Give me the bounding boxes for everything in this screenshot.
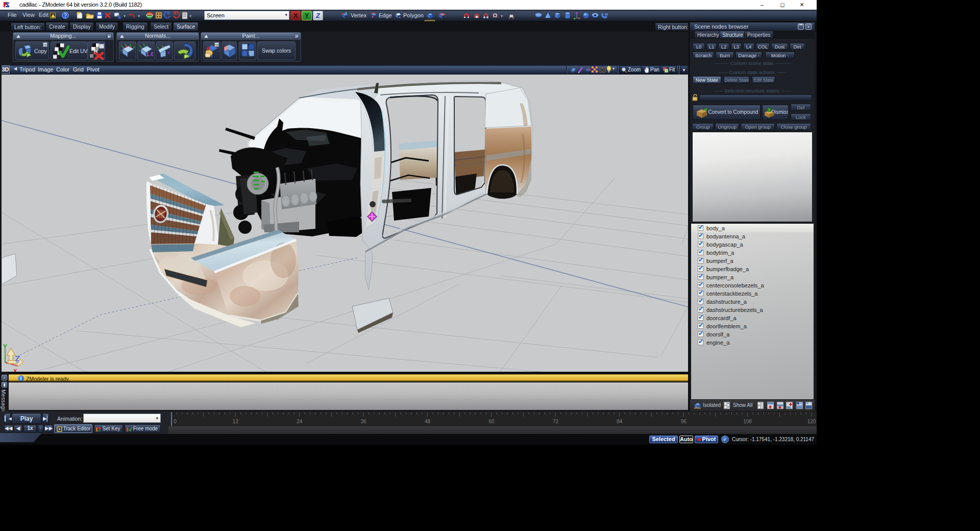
- svg-text:108: 108: [743, 419, 752, 424]
- svg-text:120: 120: [807, 419, 816, 424]
- svg-text:84: 84: [617, 419, 623, 424]
- svg-text:X: X: [13, 368, 17, 372]
- svg-text:96: 96: [681, 419, 687, 424]
- svg-text:60: 60: [488, 419, 495, 424]
- svg-text:x: x: [167, 50, 170, 55]
- svg-text:72: 72: [553, 419, 559, 424]
- svg-text:?: ?: [64, 13, 67, 18]
- svg-text:48: 48: [425, 419, 431, 424]
- svg-text:12: 12: [233, 419, 239, 424]
- svg-text:0: 0: [174, 419, 177, 424]
- svg-text:24: 24: [297, 419, 303, 424]
- svg-text:1.0: 1.0: [146, 51, 153, 57]
- svg-text:36: 36: [361, 419, 367, 424]
